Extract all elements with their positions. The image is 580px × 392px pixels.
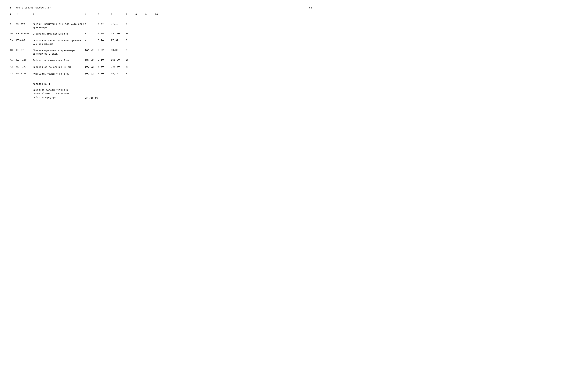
row-code: Е8-27 [16, 49, 33, 52]
row-val3: 2 [126, 49, 135, 52]
row-desc: Монтаж кронштейна М-5 для установки урав… [33, 22, 85, 29]
col-header-2: 2 [16, 13, 33, 16]
row-desc: Асфальтовая отмостка 3 см [33, 59, 85, 62]
row-val2: 27,32 [111, 39, 126, 42]
table-row: 4I E27-I69 Асфальтовая отмостка 3 см IOO… [10, 58, 570, 63]
row-unit: т [85, 39, 98, 42]
table-row: 37 ЕД-I53 Монтаж кронштейна М-5 для уста… [10, 22, 570, 30]
row-val3: 23 [126, 66, 135, 68]
row-val2: 356,00 [111, 32, 126, 35]
table-row: 42 E27-I73 Щебеночное основание I2 см IO… [10, 65, 570, 70]
row-num: 42 [10, 66, 16, 68]
row-val1: 0,08 [98, 22, 111, 25]
table-row: 43 E27-I74 Уменьшить толщину на 2 см IOO… [10, 72, 570, 77]
table-row: 39 E33-82 Окраска в 2 слоя масляной крас… [10, 39, 570, 46]
row-num: 39 [10, 39, 16, 42]
header-divider [10, 18, 570, 18]
row-val2: 90,00 [111, 49, 126, 52]
page-number: -68- [308, 6, 313, 9]
col-header-7: 7 [126, 13, 135, 16]
row-unit: IOO м2 [85, 49, 98, 52]
row-val1: 0,IO [98, 59, 111, 61]
row-unit: IOO м2 [85, 59, 98, 62]
row-val1: 0,08 [98, 32, 111, 35]
row-val2: 27,IO [111, 22, 126, 25]
row-num: 43 [10, 72, 16, 75]
row-desc: Стоимость м/к кронштейна [33, 32, 85, 36]
row-val3: I6 [126, 59, 135, 61]
data-table: 37 ЕД-I53 Монтаж кронштейна М-5 для уста… [10, 20, 570, 77]
row-num: 37 [10, 22, 16, 25]
row-val3: 28 [126, 32, 135, 35]
row-val3: 2 [126, 72, 135, 75]
column-headers: I 2 3 4 5 6 7 8 9 IO [10, 12, 570, 17]
col-header-9: 9 [145, 13, 155, 16]
note-text: Земляние работы учтени в общем объеме ст… [33, 89, 72, 99]
row-code: E27-I73 [16, 66, 33, 68]
row-num: 4I [10, 59, 16, 61]
note-label: Колодец КЗ-I [10, 83, 570, 86]
row-desc: Щебеночное основание I2 см [33, 66, 85, 69]
col-header-6: 6 [111, 13, 126, 16]
row-val3: 2 [126, 22, 135, 25]
doc-title: Т.П.704-I-I64.83 Альбом 7.87 [10, 6, 51, 9]
row-code: E27-I69 [16, 59, 33, 61]
row-unit: т [85, 22, 98, 25]
col-header-10: IO [155, 13, 165, 16]
row-code: CI2I-2019 [16, 32, 33, 35]
row-code: E27-I74 [16, 72, 33, 75]
row-desc: Уменьшить толщину на 2 см [33, 72, 85, 76]
row-unit: т [85, 32, 98, 35]
row-val3: 3 [126, 39, 135, 42]
top-divider [10, 11, 570, 11]
row-unit: IOO м2 [85, 66, 98, 69]
note-ref: 25 7I5-03 [72, 97, 98, 99]
row-code: E33-82 [16, 39, 33, 42]
row-val1: 0,IO [98, 66, 111, 68]
row-val2: I8,I2 [111, 72, 126, 75]
table-row: 40 Е8-27 Обмазка фундамента уравнемера б… [10, 49, 570, 56]
col-header-3: 3 [33, 13, 85, 16]
col-header-5: 5 [98, 13, 111, 16]
row-val1: 0,IO [98, 39, 111, 42]
col-header-1: I [10, 13, 16, 16]
row-val2: I56,00 [111, 59, 126, 61]
row-val1: 0,02 [98, 49, 111, 52]
row-desc: Обмазка фундамента уравнемера битумом за… [33, 49, 85, 56]
row-num: 38 [10, 32, 16, 35]
col-header-4: 4 [85, 13, 98, 16]
row-unit: IOO м2 [85, 72, 98, 76]
row-val1: 0,IO [98, 72, 111, 75]
col-header-8: 8 [135, 13, 145, 16]
row-code: ЕД-I53 [16, 22, 33, 25]
table-row: 38 CI2I-2019 Стоимость м/к кронштейна т … [10, 32, 570, 36]
row-val2: 230,00 [111, 66, 126, 68]
row-desc: Окраска в 2 слоя масляной краской м/к кр… [33, 39, 85, 46]
row-num: 40 [10, 49, 16, 52]
